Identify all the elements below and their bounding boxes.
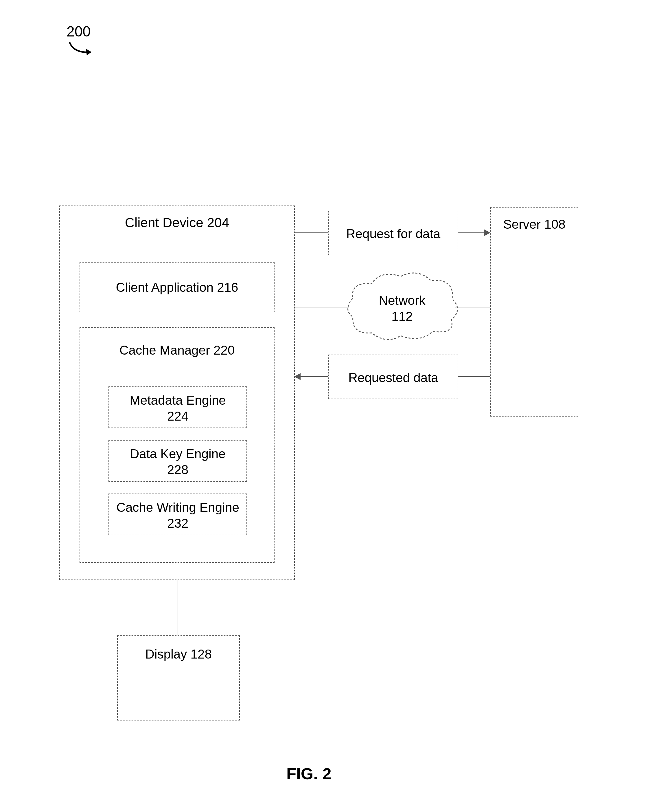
- network-label: Network 112: [340, 292, 464, 324]
- client-application-title: Client Application 216: [80, 279, 274, 295]
- metadata-engine-box: Metadata Engine 224: [109, 387, 247, 428]
- request-for-data-label: Request for data: [329, 226, 458, 242]
- connector-line: [294, 233, 328, 233]
- svg-marker-0: [86, 49, 91, 56]
- reference-number: 200: [67, 23, 91, 40]
- arrowhead-left-icon: [294, 373, 301, 380]
- reference-arrow-icon: [65, 39, 100, 59]
- figure-caption: FIG. 2: [286, 764, 331, 783]
- server-label: Server 108: [491, 216, 578, 232]
- data-key-engine-box: Data Key Engine 228: [109, 440, 247, 482]
- connector-line: [458, 233, 485, 233]
- connector-line: [458, 376, 490, 377]
- connector-line: [300, 376, 328, 377]
- diagram-page: 200 Client Device 204 Client Application…: [0, 0, 672, 794]
- metadata-engine-label: Metadata Engine 224: [109, 392, 246, 424]
- connector-line: [178, 579, 178, 635]
- connector-line: [455, 307, 490, 307]
- requested-data-label: Requested data: [329, 370, 458, 386]
- requested-data-box: Requested data: [328, 354, 458, 399]
- connector-line: [294, 307, 349, 307]
- cache-writing-engine-box: Cache Writing Engine 232: [109, 494, 247, 535]
- client-device-title: Client Device 204: [60, 215, 294, 230]
- network-cloud: Network 112: [340, 266, 464, 347]
- cache-writing-engine-label: Cache Writing Engine 232: [109, 499, 246, 531]
- display-box: Display 128: [117, 635, 240, 720]
- data-key-engine-label: Data Key Engine 228: [109, 446, 246, 478]
- client-application-box: Client Application 216: [80, 262, 275, 312]
- arrowhead-right-icon: [484, 229, 490, 236]
- request-for-data-box: Request for data: [328, 211, 458, 255]
- display-label: Display 128: [118, 646, 239, 662]
- server-box: Server 108: [490, 207, 578, 417]
- cache-manager-title: Cache Manager 220: [80, 342, 274, 358]
